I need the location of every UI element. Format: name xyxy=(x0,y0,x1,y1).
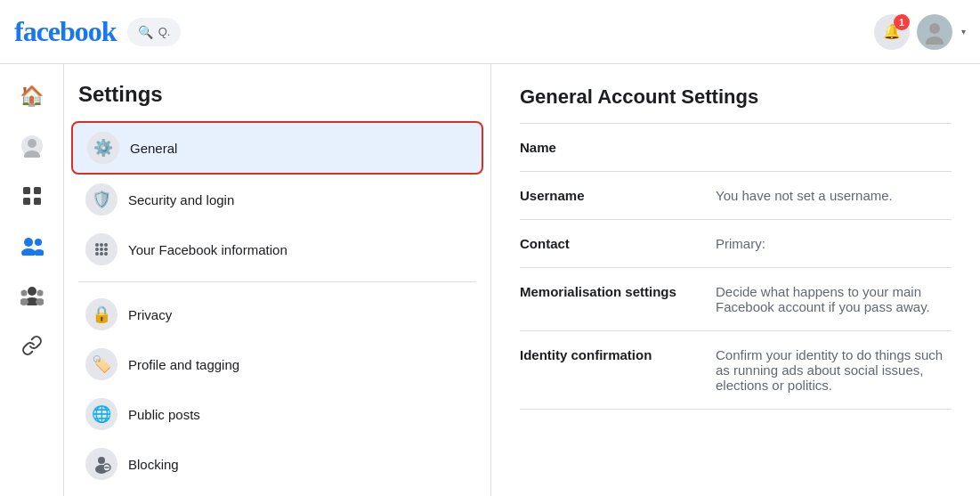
settings-row-name: Name xyxy=(520,124,952,172)
svg-point-0 xyxy=(929,23,940,34)
notification-button[interactable]: 🔔 1 xyxy=(874,14,910,50)
sidebar-item-grid[interactable] xyxy=(11,175,53,217)
privacy-icon: 🔒 xyxy=(85,298,117,330)
svg-point-1 xyxy=(926,37,944,45)
svg-point-15 xyxy=(20,290,27,297)
contact-label: Contact xyxy=(520,236,716,251)
settings-nav-profile-tagging[interactable]: 🏷️ Profile and tagging xyxy=(71,339,483,389)
topnav: facebook 🔍 Q. 🔔 1 ▾ xyxy=(0,0,980,64)
icon-sidebar: 🏠 xyxy=(0,64,64,496)
svg-point-28 xyxy=(98,457,105,464)
svg-point-13 xyxy=(28,287,36,296)
profile-tagging-label: Profile and tagging xyxy=(128,357,239,372)
svg-point-10 xyxy=(21,248,36,256)
avatar-icon xyxy=(922,20,947,45)
svg-rect-6 xyxy=(34,187,41,194)
settings-row-identity: Identity confirmation Confirm your ident… xyxy=(520,331,952,410)
username-value: You have not set a username. xyxy=(716,188,952,203)
profile-tagging-icon: 🏷️ xyxy=(85,348,117,380)
svg-point-20 xyxy=(100,243,103,247)
svg-point-19 xyxy=(95,243,99,247)
groups-icon xyxy=(20,286,44,305)
svg-point-23 xyxy=(100,248,103,251)
privacy-label: Privacy xyxy=(128,307,172,322)
contact-value: Primary: xyxy=(716,236,952,251)
svg-point-9 xyxy=(24,238,33,247)
identity-value: Confirm your identity to do things such … xyxy=(716,347,952,393)
settings-nav-privacy[interactable]: 🔒 Privacy xyxy=(71,289,483,339)
general-icon: ⚙️ xyxy=(87,132,119,164)
svg-rect-7 xyxy=(23,198,30,205)
name-label: Name xyxy=(520,140,716,155)
topnav-left: facebook 🔍 Q. xyxy=(14,15,181,48)
notification-badge: 1 xyxy=(894,14,910,30)
grid-icon xyxy=(21,185,43,207)
settings-sidebar: Settings ⚙️ General 🛡️ Security and logi… xyxy=(64,64,491,496)
username-label: Username xyxy=(520,188,716,203)
topnav-right: 🔔 1 ▾ xyxy=(874,14,966,50)
sidebar-item-profile[interactable] xyxy=(11,125,53,167)
sidebar-item-groups[interactable] xyxy=(11,274,53,317)
search-pill-label: Q. xyxy=(158,25,171,38)
sidebar-item-friends[interactable] xyxy=(11,224,53,267)
sidebar-item-link[interactable] xyxy=(11,324,53,367)
settings-nav-locations[interactable]: Locations xyxy=(71,489,483,496)
security-icon: 🛡️ xyxy=(85,183,117,215)
facebook-logo: facebook xyxy=(14,15,117,48)
fb-info-label: Your Facebook information xyxy=(128,242,288,257)
security-label: Security and login xyxy=(128,192,234,207)
settings-row-memorialisation: Memorialisation settings Decide what hap… xyxy=(520,268,952,331)
fb-info-icon xyxy=(85,233,117,265)
svg-point-22 xyxy=(95,248,99,251)
public-posts-label: Public posts xyxy=(128,407,200,422)
settings-row-contact: Contact Primary: xyxy=(520,220,952,268)
svg-point-11 xyxy=(35,239,42,246)
svg-point-27 xyxy=(104,252,108,256)
settings-nav-security[interactable]: 🛡️ Security and login xyxy=(71,175,483,224)
friends-icon xyxy=(20,236,44,256)
settings-nav-general[interactable]: ⚙️ General xyxy=(71,121,483,175)
link-icon xyxy=(21,335,43,356)
settings-row-username: Username You have not set a username. xyxy=(520,172,952,220)
svg-point-26 xyxy=(100,252,103,256)
svg-rect-8 xyxy=(34,198,41,205)
avatar-button[interactable] xyxy=(917,14,952,50)
blocking-label: Blocking xyxy=(128,457,179,472)
svg-point-24 xyxy=(104,248,108,251)
svg-rect-5 xyxy=(23,187,30,194)
sidebar-item-home[interactable]: 🏠 xyxy=(11,75,53,118)
svg-point-21 xyxy=(104,243,108,247)
content-area: General Account Settings Name Username Y… xyxy=(491,64,980,496)
blocking-icon xyxy=(85,448,117,480)
general-label: General xyxy=(130,141,177,156)
content-title: General Account Settings xyxy=(520,85,952,109)
search-pill[interactable]: 🔍 Q. xyxy=(127,18,182,46)
main-layout: 🏠 xyxy=(0,64,980,496)
svg-point-3 xyxy=(28,139,36,148)
svg-point-12 xyxy=(34,249,44,256)
identity-label: Identity confirmation xyxy=(520,347,716,362)
profile-circle-icon xyxy=(20,134,44,158)
svg-point-17 xyxy=(36,290,43,297)
svg-point-25 xyxy=(95,252,99,256)
memorialisation-value: Decide what happens to your main Faceboo… xyxy=(716,284,952,314)
public-posts-icon: 🌐 xyxy=(85,398,117,430)
settings-nav-public-posts[interactable]: 🌐 Public posts xyxy=(71,389,483,439)
settings-divider xyxy=(78,281,476,282)
settings-title: Settings xyxy=(64,82,490,121)
settings-nav-blocking[interactable]: Blocking xyxy=(71,439,483,489)
memorialisation-label: Memorialisation settings xyxy=(520,284,716,299)
avatar-chevron-icon: ▾ xyxy=(961,27,966,37)
settings-nav-fb-info[interactable]: Your Facebook information xyxy=(71,224,483,274)
search-icon: 🔍 xyxy=(138,25,153,39)
